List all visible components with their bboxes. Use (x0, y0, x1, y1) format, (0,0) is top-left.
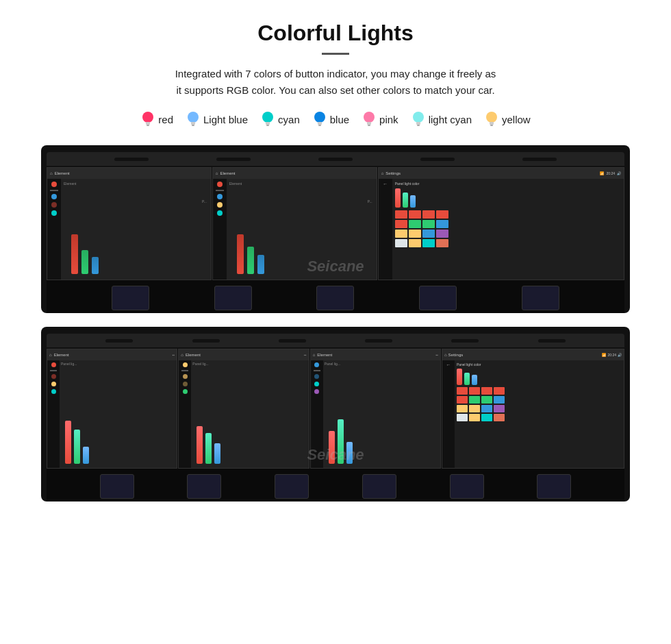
sidebar-2-1 (47, 360, 60, 468)
screen-header-2-3: ⌂ Element ▪▪ (311, 349, 440, 360)
svg-rect-1 (146, 122, 150, 125)
sliders-2-1 (65, 419, 89, 464)
sidebar-indicator-cyan (51, 210, 57, 216)
sidebar-indicator-blue2 (217, 194, 223, 199)
screen-body-2-2: Panel lig... (179, 360, 308, 468)
grid2-r2c4[interactable] (494, 396, 505, 404)
grid-cell-r3c4[interactable] (436, 230, 448, 238)
blue-bulb-icon (312, 110, 327, 129)
grid2-r4c1[interactable] (457, 414, 468, 421)
grid-cell-r2c4[interactable] (436, 220, 448, 228)
description-text: Integrated with 7 colors of button indic… (27, 66, 644, 99)
grid2-r3c3[interactable] (481, 405, 492, 412)
grid2-r1c3[interactable] (481, 387, 492, 395)
grid2-r1c4[interactable] (494, 387, 505, 395)
screen-2-1: ⌂ Element ▪▪ Panel lig... (47, 349, 177, 469)
sidebar-indicator-cyan2 (217, 210, 223, 216)
color-label-cyan: cyan (278, 114, 300, 125)
mount-tab2 (100, 474, 134, 499)
grid-cell-r3c1[interactable] (395, 230, 407, 238)
content-label: Element (64, 182, 76, 186)
slider-b-23 (346, 442, 353, 464)
color-label-lightcyan: light cyan (429, 114, 472, 125)
grid-cell-r4c3[interactable] (422, 239, 435, 247)
screen-content-2: Element P... (227, 179, 377, 280)
color-grid (395, 210, 621, 247)
screen-2: ⌂ Element Element (212, 167, 377, 280)
color-item-blue: blue (312, 110, 349, 129)
color-label-red: red (158, 114, 173, 125)
grid-cell-r4c2[interactable] (409, 239, 421, 247)
svg-rect-4 (191, 122, 195, 125)
top-slot (279, 339, 306, 343)
svg-rect-13 (367, 122, 371, 125)
screen-body-2-3: Panel lig... (311, 360, 440, 468)
si-pink (51, 374, 56, 379)
screen-body-2-4: ← Panel light color (442, 360, 624, 468)
grid2-r3c2[interactable] (469, 405, 480, 412)
grid2-r1c1[interactable] (457, 387, 468, 395)
slider-b2 (257, 255, 264, 274)
grid-cell-r1c3[interactable] (422, 210, 435, 219)
grid-cell-r2c2[interactable] (409, 220, 421, 228)
grid-cell-r4c4[interactable] (436, 239, 448, 247)
grid2-r4c4[interactable] (494, 414, 505, 421)
color-label-lightblue: Light blue (203, 114, 248, 125)
grid2-r2c2[interactable] (469, 396, 480, 404)
si-yellow2 (183, 362, 188, 367)
slider-r-21 (65, 421, 71, 464)
screen-sidebar-3: ← (379, 179, 392, 280)
screen-header-2: ⌂ Element (213, 168, 377, 179)
sidebar-line2 (216, 190, 224, 191)
panel-color-label-2: Panel light color (457, 362, 622, 367)
sliders-1 (71, 233, 99, 274)
sidebar-2-3 (311, 360, 323, 468)
grid-cell-r4c1[interactable] (395, 239, 407, 247)
color-sliders-3 (395, 188, 621, 208)
svg-rect-17 (417, 125, 420, 126)
unit-top-bar-2 (47, 334, 624, 347)
screen-header-2-4: ⌂ Settings 📶 20:24 🔊 (442, 349, 624, 360)
slider-g (81, 250, 88, 274)
screen-header-2-1: ⌂ Element ▪▪ (47, 349, 177, 360)
grid-cell-r1c4[interactable] (436, 210, 448, 219)
grid-cell-r1c2[interactable] (409, 210, 421, 219)
grid2-r4c3[interactable] (481, 414, 492, 421)
screen-content-2-3: Panel lig... (323, 360, 440, 468)
settings-title-2: ⌂ Settings (444, 353, 463, 357)
grid2-r2c1[interactable] (457, 396, 468, 404)
color-label-blue: blue (330, 114, 349, 125)
grid2-r3c4[interactable] (494, 405, 505, 412)
page-container: Colorful Lights Integrated with 7 colors… (0, 0, 671, 515)
content-label2: Element (229, 182, 242, 186)
grid-cell-r3c3[interactable] (422, 230, 435, 238)
grid2-r4c2[interactable] (469, 414, 480, 421)
mount-tab (112, 286, 149, 310)
mount-tab (214, 286, 252, 310)
slider-green-24 (464, 373, 470, 385)
p-label: P... (202, 199, 207, 203)
sidebar-indicator-red (51, 182, 57, 187)
color-item-yellow: yellow (484, 110, 531, 129)
grid2-r2c3[interactable] (481, 396, 492, 404)
sidebar-2-4: ← (442, 360, 455, 468)
grid-cell-r2c1[interactable] (395, 220, 407, 228)
slider-blue-3 (410, 195, 416, 208)
top-slot (105, 339, 133, 343)
grid2-r3c1[interactable] (457, 405, 468, 412)
grid-cell-r3c2[interactable] (409, 230, 421, 238)
svg-point-15 (413, 112, 424, 123)
svg-rect-11 (318, 125, 321, 126)
screen-label-2: Element (220, 171, 235, 175)
grid2-r1c2[interactable] (469, 387, 480, 395)
mount-tabs-2 (47, 469, 624, 501)
si-purple (314, 389, 319, 394)
color-row: red Light blue cyan (27, 110, 644, 129)
panel-light-label3: Panel lig... (323, 360, 440, 366)
grid-cell-r2c3[interactable] (422, 220, 435, 228)
slider-red-3 (395, 188, 401, 208)
grid-cell-r1c1[interactable] (395, 210, 407, 219)
top-slot (522, 158, 557, 161)
mount-tab2 (362, 474, 396, 499)
settings-label-2: Settings (448, 353, 464, 357)
